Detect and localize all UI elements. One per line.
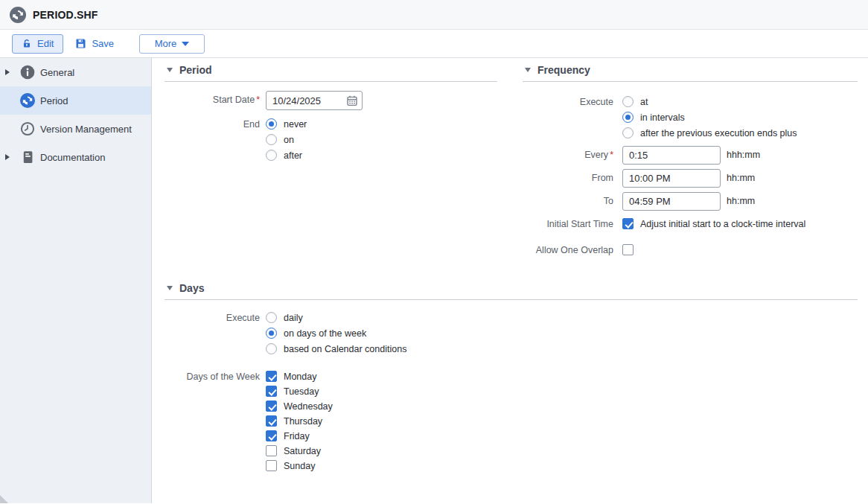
radio-icon[interactable]: [622, 96, 634, 107]
save-floppy-icon: [75, 38, 86, 49]
days-of-week-checkbox-group: Monday Tuesday Wednesday Thursday: [266, 371, 333, 475]
checkbox-thursday[interactable]: Thursday: [266, 415, 333, 427]
radio-icon[interactable]: [266, 134, 277, 145]
sync-icon: [20, 93, 35, 108]
collapse-caret-icon[interactable]: [167, 68, 173, 72]
clock-icon: [20, 121, 35, 136]
checkbox-icon[interactable]: [266, 415, 277, 427]
required-marker: *: [256, 95, 260, 105]
from-label: From: [523, 169, 613, 183]
expand-arrow-icon[interactable]: [0, 69, 15, 75]
radio-end-on[interactable]: on: [266, 134, 307, 145]
edit-button[interactable]: Edit: [12, 34, 63, 54]
more-button[interactable]: More: [139, 34, 205, 54]
expand-arrow-icon[interactable]: [0, 154, 15, 160]
document-icon: [20, 150, 35, 165]
radio-icon[interactable]: [266, 118, 277, 130]
initial-start-time-label: Initial Start Time: [523, 218, 613, 229]
radio-icon[interactable]: [622, 112, 634, 123]
period-object-icon: [10, 7, 26, 23]
from-row: From hh:mm: [523, 169, 858, 188]
frequency-section: Frequency Execute at in intervals afte: [523, 64, 858, 259]
radio-icon[interactable]: [266, 150, 277, 161]
collapse-caret-icon[interactable]: [525, 68, 531, 72]
frequency-section-header[interactable]: Frequency: [523, 64, 858, 82]
checkbox-friday[interactable]: Friday: [266, 430, 333, 441]
execute-label: Execute: [165, 312, 260, 323]
every-row: Every* hhh:mm: [523, 146, 858, 165]
days-section: Days Execute daily on days of the week: [165, 282, 858, 475]
radio-icon[interactable]: [266, 312, 277, 323]
checkbox-wednesday[interactable]: Wednesday: [266, 401, 333, 412]
radio-end-after[interactable]: after: [266, 150, 307, 161]
checkbox-icon[interactable]: [266, 386, 277, 397]
sidebar-item-label: General: [40, 67, 74, 78]
from-input[interactable]: [622, 169, 721, 188]
start-date-label: Start Date*: [165, 91, 260, 105]
radio-execute-daily[interactable]: daily: [266, 312, 406, 323]
checkbox-monday[interactable]: Monday: [266, 371, 333, 382]
end-row: End never on after: [165, 118, 497, 165]
checkbox-icon[interactable]: [622, 218, 634, 229]
to-input[interactable]: [622, 192, 721, 211]
sidebar-item-version-management[interactable]: Version Management: [0, 115, 151, 143]
initial-start-time-row: Initial Start Time Adjust initial start …: [523, 218, 858, 233]
to-row: To hh:mm: [523, 192, 858, 211]
to-format-hint: hh:mm: [727, 192, 755, 206]
checkbox-tuesday[interactable]: Tuesday: [266, 386, 333, 397]
to-label: To: [523, 192, 613, 206]
resize-grip[interactable]: [0, 495, 8, 503]
radio-execute-calendar-conditions[interactable]: based on Calendar conditions: [266, 343, 406, 354]
calendar-icon[interactable]: [346, 95, 358, 106]
radio-execute-at[interactable]: at: [622, 96, 797, 107]
radio-icon[interactable]: [266, 343, 277, 354]
days-execute-row: Execute daily on days of the week based …: [165, 312, 858, 359]
period-section-header[interactable]: Period: [165, 64, 497, 82]
frequency-execute-row: Execute at in intervals after the previo…: [523, 96, 858, 143]
checkbox-sunday[interactable]: Sunday: [266, 460, 333, 471]
main-content: Period Start Date*: [152, 58, 868, 503]
lock-icon: [22, 38, 32, 49]
period-section: Period Start Date*: [165, 64, 497, 165]
info-icon: [20, 65, 35, 80]
sidebar-item-label: Documentation: [40, 152, 105, 163]
checkbox-saturday[interactable]: Saturday: [266, 445, 333, 456]
every-format-hint: hhh:mm: [727, 146, 760, 160]
radio-execute-after-previous[interactable]: after the previous execution ends plus: [622, 127, 797, 138]
save-button-label: Save: [92, 38, 114, 49]
end-radio-group: never on after: [266, 118, 307, 165]
radio-execute-in-intervals[interactable]: in intervals: [622, 112, 797, 123]
checkbox-icon[interactable]: [266, 460, 277, 471]
checkbox-icon[interactable]: [266, 401, 277, 412]
adjust-initial-start-checkbox-row[interactable]: Adjust initial start to a clock-time int…: [622, 218, 805, 229]
days-section-header[interactable]: Days: [165, 282, 858, 300]
checkbox-icon[interactable]: [266, 430, 277, 441]
radio-execute-days-of-week[interactable]: on days of the week: [266, 328, 406, 339]
radio-icon[interactable]: [266, 328, 277, 339]
every-label: Every*: [523, 146, 613, 160]
radio-end-never[interactable]: never: [266, 118, 307, 130]
sidebar-item-period[interactable]: Period: [0, 86, 151, 115]
sidebar-item-general[interactable]: General: [0, 58, 151, 86]
start-date-row: Start Date*: [165, 91, 497, 110]
allow-one-overlap-label: Allow One Overlap: [523, 244, 613, 255]
days-of-week-label: Days of the Week: [165, 371, 260, 382]
execute-label: Execute: [523, 96, 613, 107]
radio-icon[interactable]: [622, 127, 634, 138]
edit-button-label: Edit: [37, 38, 54, 49]
allow-one-overlap-checkbox-row[interactable]: [622, 244, 634, 255]
section-title: Period: [179, 64, 212, 76]
days-execute-radio-group: daily on days of the week based on Calen…: [266, 312, 406, 359]
checkbox-icon[interactable]: [622, 244, 634, 255]
checkbox-icon[interactable]: [266, 371, 277, 382]
sidebar-item-label: Version Management: [40, 124, 132, 135]
checkbox-icon[interactable]: [266, 445, 277, 456]
sidebar: General Period Version Management: [0, 58, 152, 503]
allow-one-overlap-row: Allow One Overlap: [523, 244, 858, 259]
save-button[interactable]: Save: [66, 34, 123, 54]
collapse-caret-icon[interactable]: [167, 286, 173, 290]
required-marker: *: [610, 150, 613, 160]
every-input[interactable]: [622, 146, 721, 165]
end-label: End: [165, 118, 260, 130]
sidebar-item-documentation[interactable]: Documentation: [0, 143, 151, 171]
